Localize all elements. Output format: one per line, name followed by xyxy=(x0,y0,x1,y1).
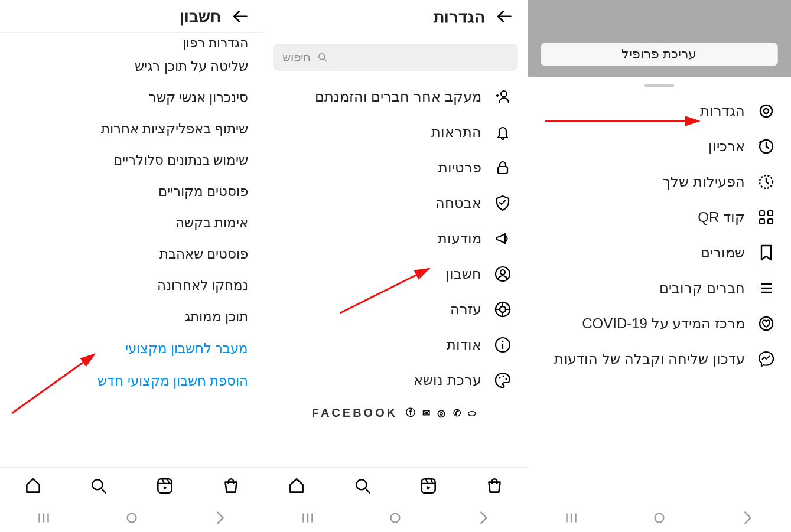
messenger-icon xyxy=(757,350,776,368)
menu-item-close-friends[interactable]: חברים קרובים xyxy=(528,270,791,306)
nav-home-icon[interactable] xyxy=(123,509,141,527)
settings-item-help[interactable]: עזרה xyxy=(263,292,527,327)
tab-shop-icon[interactable] xyxy=(221,476,241,496)
megaphone-icon xyxy=(493,229,512,248)
list-item-label: חשבון xyxy=(445,266,481,282)
settings-item-ads[interactable]: מודעות xyxy=(263,221,527,256)
android-nav-bar xyxy=(263,504,527,532)
list-item-label: פוסטים מקוריים xyxy=(158,184,248,200)
nav-home-icon[interactable] xyxy=(386,509,404,527)
nav-recents-icon[interactable] xyxy=(35,509,53,527)
archive-icon xyxy=(757,137,776,156)
list-item[interactable]: אימות בקשה xyxy=(0,207,263,239)
search-input[interactable]: חיפוש xyxy=(273,44,517,71)
list-item-label: תוכן ממותג xyxy=(185,309,248,325)
list-item-label: עדכון שליחה וקבלה של הודעות xyxy=(554,351,745,367)
help-icon xyxy=(493,300,512,319)
list-item[interactable]: סינכרון אנשי קשר xyxy=(0,82,263,113)
list-item-label: שיתוף באפליקציות אחרות xyxy=(101,121,249,137)
tab-bar xyxy=(263,467,527,504)
edit-profile-button[interactable]: עריכת פרופיל xyxy=(541,43,778,66)
bottom-sheet: הגדרות ארכיון הפעילות שלך קוד QR שמורים … xyxy=(528,77,791,504)
account-item-clipped[interactable]: הגדרות רפון xyxy=(0,35,263,51)
list-item[interactable]: שיתוף באפליקציות אחרות xyxy=(0,113,263,145)
settings-item-follow[interactable]: מעקב אחר חברים והזמנתם xyxy=(263,79,527,115)
list-item-label: אבטחה xyxy=(435,195,481,211)
menu-item-settings[interactable]: הגדרות xyxy=(528,93,791,129)
settings-item-security[interactable]: אבטחה xyxy=(263,185,527,221)
nav-recents-icon[interactable] xyxy=(299,509,317,527)
account-icon xyxy=(493,265,512,283)
settings-title: הגדרות xyxy=(434,7,485,27)
closefriends-icon xyxy=(757,279,776,298)
tab-shop-icon[interactable] xyxy=(484,476,504,496)
list-item[interactable]: פוסטים מקוריים xyxy=(0,176,263,207)
link-label: מעבר לחשבון מקצועי xyxy=(125,341,249,356)
bell-icon xyxy=(493,123,512,142)
lock-icon xyxy=(493,158,512,177)
nav-home-icon[interactable] xyxy=(650,509,668,527)
back-icon[interactable] xyxy=(232,6,252,27)
instagram-icon: ◎ xyxy=(437,407,448,419)
sheet-handle[interactable] xyxy=(644,84,674,87)
list-item-label: מודעות xyxy=(438,230,481,247)
nav-back-icon[interactable] xyxy=(474,509,492,527)
settings-item-theme[interactable]: ערכת נושא xyxy=(263,363,527,398)
settings-item-about[interactable]: אודות xyxy=(263,327,527,363)
list-item-label: נמחקו לאחרונה xyxy=(157,278,248,293)
menu-item-archive[interactable]: ארכיון xyxy=(528,129,791,164)
tab-reels-icon[interactable] xyxy=(155,476,175,496)
tab-home-icon[interactable] xyxy=(287,476,307,496)
list-item-label: שליטה על תוכן רגיש xyxy=(135,58,248,74)
account-screen: חשבון הגדרות רפון שליטה על תוכן רגיש סינ… xyxy=(0,0,263,532)
settings-item-account[interactable]: חשבון xyxy=(263,256,527,292)
list-item[interactable]: שימוש בנתונים סלולריים xyxy=(0,145,263,176)
list-item[interactable]: תוכן ממותג xyxy=(0,301,263,332)
bookmark-icon xyxy=(757,243,776,262)
back-icon[interactable] xyxy=(496,6,516,27)
tab-search-icon[interactable] xyxy=(89,476,109,496)
link-label: הוספת חשבון מקצועי חדש xyxy=(97,373,248,389)
search-icon xyxy=(317,51,328,63)
list-item-label: קוד QR xyxy=(698,209,745,226)
menu-item-qr[interactable]: קוד QR xyxy=(528,200,791,235)
gear-icon xyxy=(757,102,776,120)
list-item-label: אודות xyxy=(447,337,481,353)
list-item-label: ארכיון xyxy=(708,138,745,155)
account-header: חשבון xyxy=(0,0,263,33)
list-item-label: ערכת נושא xyxy=(414,372,481,389)
tab-search-icon[interactable] xyxy=(353,476,373,496)
menu-item-covid[interactable]: מרכז המידע על COVID-19 xyxy=(528,306,791,341)
add-pro-link[interactable]: הוספת חשבון מקצועי חדש xyxy=(0,365,263,397)
switch-pro-link[interactable]: מעבר לחשבון מקצועי xyxy=(0,332,263,365)
list-item-label: פרטיות xyxy=(438,159,481,176)
android-nav-bar xyxy=(528,504,791,532)
menu-item-messaging[interactable]: עדכון שליחה וקבלה של הודעות xyxy=(528,341,791,377)
facebook-label: FACEBOOK xyxy=(312,406,398,420)
activity-icon xyxy=(757,172,776,191)
oculus-icon: ⬭ xyxy=(467,407,479,419)
menu-item-saved[interactable]: שמורים xyxy=(528,235,791,270)
settings-item-notifications[interactable]: התראות xyxy=(263,115,527,150)
settings-item-privacy[interactable]: פרטיות xyxy=(263,150,527,185)
list-item[interactable]: שליטה על תוכן רגיש xyxy=(0,51,263,82)
menu-item-activity[interactable]: הפעילות שלך xyxy=(528,164,791,200)
nav-back-icon[interactable] xyxy=(211,509,229,527)
list-item-label: מרכז המידע על COVID-19 xyxy=(582,315,745,332)
nav-back-icon[interactable] xyxy=(738,509,756,527)
settings-list: מעקב אחר חברים והזמנתם התראות פרטיות אבט… xyxy=(263,77,527,467)
account-list: הגדרות רפון שליטה על תוכן רגיש סינכרון א… xyxy=(0,33,263,467)
tab-reels-icon[interactable] xyxy=(418,476,438,496)
nav-recents-icon[interactable] xyxy=(562,509,580,527)
list-item[interactable]: נמחקו לאחרונה xyxy=(0,270,263,301)
list-item-label: הפעילות שלך xyxy=(663,174,745,190)
settings-screen: הגדרות חיפוש מעקב אחר חברים והזמנתם התרא… xyxy=(263,0,527,532)
settings-header: הגדרות xyxy=(263,0,527,33)
palette-icon xyxy=(493,371,512,390)
list-item-label: הגדרות רפון xyxy=(183,35,248,51)
tab-home-icon[interactable] xyxy=(23,476,43,496)
heart-shield-icon xyxy=(757,314,776,333)
list-item[interactable]: פוסטים שאהבת xyxy=(0,239,263,270)
edit-profile-label: עריכת פרופיל xyxy=(621,47,696,62)
list-item-label: שמורים xyxy=(701,244,745,261)
